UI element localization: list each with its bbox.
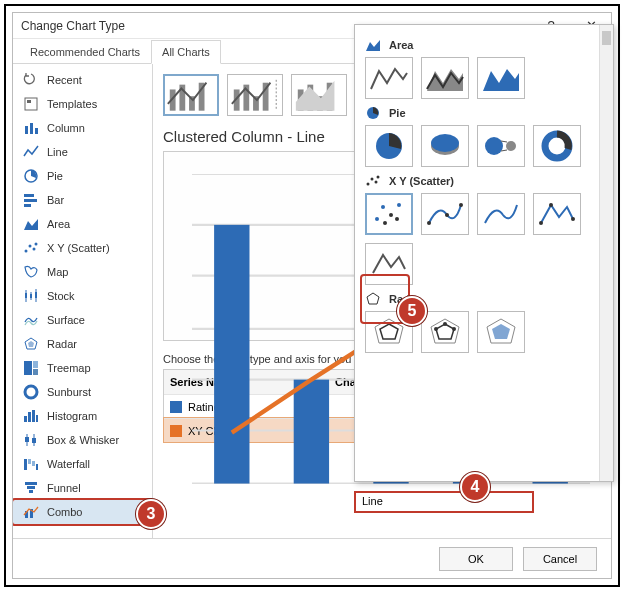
- sidebar-item-label: Box & Whisker: [47, 434, 119, 446]
- chart-option-doughnut[interactable]: [533, 125, 581, 167]
- chart-option-radar-markers[interactable]: [421, 311, 469, 353]
- radar-icon: [23, 336, 39, 352]
- scatter-icon: [23, 240, 39, 256]
- sidebar-item-label: Templates: [47, 98, 97, 110]
- sidebar-item-recent[interactable]: Recent: [13, 68, 152, 92]
- chart-option-area[interactable]: [365, 57, 413, 99]
- svg-point-103: [397, 203, 401, 207]
- area-icon: [23, 216, 39, 232]
- sidebar-item-label: Treemap: [47, 362, 91, 374]
- svg-rect-36: [28, 459, 31, 464]
- callout-4: 4: [460, 472, 490, 502]
- chart-option-scatter[interactable]: [365, 193, 413, 235]
- sidebar-item-scatter[interactable]: X Y (Scatter): [13, 236, 152, 260]
- chart-option-filled-radar[interactable]: [477, 311, 525, 353]
- chart-option-100-stacked-area[interactable]: [477, 57, 525, 99]
- sidebar-item-templates[interactable]: Templates: [13, 92, 152, 116]
- chart-option-pie-of-pie[interactable]: [477, 125, 525, 167]
- sidebar-item-map[interactable]: Map: [13, 260, 152, 284]
- combo-icon: [23, 504, 39, 520]
- recent-icon: [23, 72, 39, 88]
- svg-point-118: [452, 327, 456, 331]
- svg-rect-3: [30, 123, 33, 134]
- svg-point-106: [427, 221, 431, 225]
- cancel-button[interactable]: Cancel: [523, 547, 597, 571]
- sidebar-item-waterfall[interactable]: Waterfall: [13, 452, 152, 476]
- svg-rect-39: [25, 482, 37, 485]
- chart-option-scatter-smooth-markers[interactable]: [421, 193, 469, 235]
- sidebar-item-pie[interactable]: Pie: [13, 164, 152, 188]
- sidebar-item-bar[interactable]: Bar: [13, 188, 152, 212]
- sidebar-item-radar[interactable]: Radar: [13, 332, 152, 356]
- svg-point-97: [371, 178, 374, 181]
- sidebar-item-label: Sunburst: [47, 386, 91, 398]
- svg-rect-8: [24, 204, 31, 207]
- sidebar-item-label: Line: [47, 146, 68, 158]
- svg-point-96: [367, 183, 370, 186]
- chart-option-scatter-straight-markers[interactable]: [533, 193, 581, 235]
- ok-button[interactable]: OK: [439, 547, 513, 571]
- sidebar-item-sunburst[interactable]: Sunburst: [13, 380, 152, 404]
- svg-rect-74: [214, 225, 249, 484]
- svg-rect-24: [33, 369, 38, 375]
- svg-point-111: [571, 217, 575, 221]
- sidebar-item-line[interactable]: Line: [13, 140, 152, 164]
- svg-rect-38: [36, 464, 38, 470]
- series-swatch: [170, 401, 182, 413]
- series-chart-type-select[interactable]: Line: [354, 491, 534, 513]
- subtype-clustered-column-line[interactable]: [163, 74, 219, 116]
- svg-rect-29: [32, 410, 35, 422]
- svg-rect-23: [33, 361, 38, 368]
- svg-rect-40: [27, 486, 35, 489]
- tab-all-charts[interactable]: All Charts: [151, 40, 221, 64]
- sidebar-item-label: Pie: [47, 170, 63, 182]
- sidebar-item-column[interactable]: Column: [13, 116, 152, 140]
- waterfall-icon: [23, 456, 39, 472]
- svg-rect-2: [25, 126, 28, 134]
- svg-rect-30: [36, 415, 38, 422]
- histogram-icon: [23, 408, 39, 424]
- svg-rect-75: [294, 380, 329, 484]
- pie-icon: [23, 168, 39, 184]
- sidebar-item-histogram[interactable]: Histogram: [13, 404, 152, 428]
- dropdown-scrollbar[interactable]: [599, 25, 613, 481]
- boxwhisker-icon: [23, 432, 39, 448]
- svg-point-26: [29, 390, 34, 395]
- chart-option-pie[interactable]: [365, 125, 413, 167]
- svg-rect-0: [25, 98, 37, 110]
- sidebar-item-stock[interactable]: Stock: [13, 284, 152, 308]
- svg-point-11: [29, 245, 32, 248]
- svg-marker-84: [366, 40, 380, 51]
- svg-rect-41: [29, 490, 33, 493]
- svg-rect-22: [24, 361, 32, 375]
- svg-marker-9: [24, 219, 38, 230]
- dropdown-section-pie: Pie: [389, 107, 406, 119]
- svg-point-107: [445, 213, 449, 217]
- svg-point-119: [434, 327, 438, 331]
- dialog-footer: OK Cancel: [13, 538, 611, 578]
- bar-icon: [23, 192, 39, 208]
- callout-3: 3: [136, 499, 166, 529]
- subtype-clustered-column-line-secondary[interactable]: [227, 74, 283, 116]
- sidebar-item-treemap[interactable]: Treemap: [13, 356, 152, 380]
- chart-type-dropdown: Area Pie X Y (Scatter) Radar: [354, 24, 614, 482]
- sidebar-item-surface[interactable]: Surface: [13, 308, 152, 332]
- svg-rect-19: [35, 292, 37, 298]
- svg-rect-4: [35, 128, 38, 134]
- line-icon: [23, 144, 39, 160]
- chart-category-sidebar: Recent Templates Column Line Pie Bar Are…: [13, 64, 153, 538]
- svg-rect-17: [25, 293, 27, 298]
- selected-chart-type: Line: [362, 495, 383, 507]
- chart-option-scatter-smooth[interactable]: [477, 193, 525, 235]
- svg-point-108: [459, 203, 463, 207]
- svg-rect-35: [24, 459, 27, 470]
- tab-recommended[interactable]: Recommended Charts: [19, 40, 151, 64]
- sidebar-item-funnel[interactable]: Funnel: [13, 476, 152, 500]
- sidebar-item-area[interactable]: Area: [13, 212, 152, 236]
- sidebar-item-boxwhisker[interactable]: Box & Whisker: [13, 428, 152, 452]
- subtype-stacked-area-column[interactable]: [291, 74, 347, 116]
- sidebar-item-combo[interactable]: Combo: [13, 500, 152, 524]
- chart-option-stacked-area[interactable]: [421, 57, 469, 99]
- sidebar-item-label: Combo: [47, 506, 82, 518]
- chart-option-3d-pie[interactable]: [421, 125, 469, 167]
